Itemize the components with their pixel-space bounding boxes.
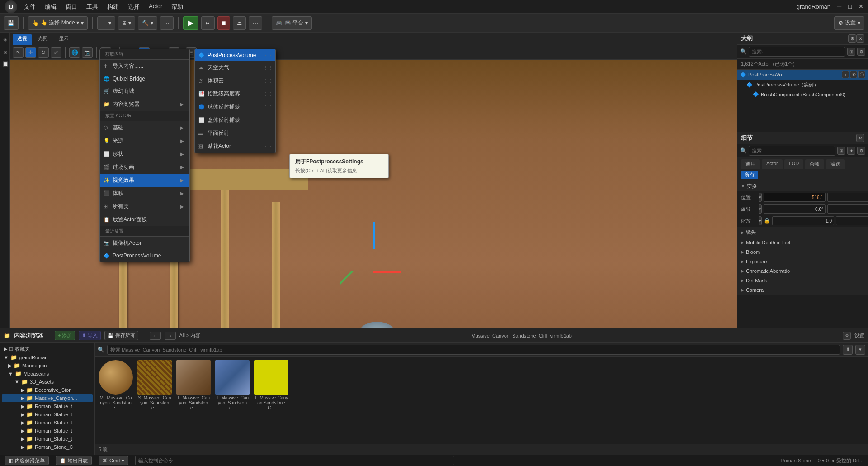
- submenu-sky-atm[interactable]: ☁ 天空大气 ⋮⋮: [195, 61, 275, 74]
- maximize-button[interactable]: □: [848, 3, 852, 10]
- cb-decorative-item[interactable]: ▶ 📁 Decorative_Ston: [2, 386, 93, 394]
- tree-item-ppv[interactable]: 🔷 PostProcessVo... ＋ 👁 ⓘ: [737, 70, 868, 80]
- submenu-box-refl[interactable]: ⬜ 盒体反射捕获 ⋮⋮: [195, 114, 275, 127]
- menu-light[interactable]: 💡 光源 ▶: [100, 134, 189, 147]
- play-button[interactable]: ▶: [183, 16, 198, 30]
- cb-3dassets-item[interactable]: ▼ 📁 3D_Assets: [2, 378, 93, 386]
- outliner-grid-icon[interactable]: ⊞: [847, 48, 855, 56]
- submenu-plane-refl[interactable]: ▬ 平面反射 ⋮⋮: [195, 127, 275, 140]
- cmd-button[interactable]: ⌘ Cmd ▾: [99, 456, 128, 465]
- mode-select-button[interactable]: 👆 👆 选择 Mode ▾ ▾: [28, 16, 88, 30]
- cb-import-btn[interactable]: ⬆: [843, 345, 853, 355]
- menu-camera-actor[interactable]: 📷 摄像机Actor ⋮⋮: [100, 237, 189, 250]
- menu-help[interactable]: 帮助: [171, 3, 183, 11]
- stop-button[interactable]: ■: [217, 16, 230, 30]
- tab-streaming[interactable]: 流送: [826, 159, 845, 169]
- menu-content-browser[interactable]: 📁 内容浏览器 ▶: [100, 98, 189, 111]
- submenu-exp-fog[interactable]: 🌁 指数级高度雾 ⋮⋮: [195, 87, 275, 100]
- asset-item-2[interactable]: S_Massive_Canyon_Sandstone...: [137, 359, 173, 411]
- content-browser-import-button[interactable]: ⬆ 导入: [79, 331, 100, 340]
- menu-import-content[interactable]: ⬆ 导入内容......: [100, 60, 189, 73]
- cb-roman-stone-item[interactable]: ▶ 📁 Roman_Stone_C: [2, 443, 93, 451]
- mode-icon-1[interactable]: ◈: [1, 34, 9, 46]
- menu-shape[interactable]: ⬜ 形状 ▶: [100, 147, 189, 161]
- content-browser-add-button[interactable]: + 添加: [55, 331, 75, 340]
- console-input[interactable]: [135, 456, 454, 465]
- menu-transition[interactable]: 🎬 过场动画 ▶: [100, 161, 189, 174]
- tree-item-ppv-instance[interactable]: 🔷 PostProcessVolume（实例）: [737, 80, 868, 90]
- dirt-mask-header[interactable]: ▶ Dirt Mask: [737, 276, 868, 285]
- cb-roman-statue-5-item[interactable]: ▶ 📁 Roman_Statue_t: [2, 435, 93, 443]
- camera-speed-button[interactable]: 📷: [82, 47, 93, 58]
- platform-button[interactable]: 🎮 🎮 平台 ▾: [272, 16, 312, 30]
- menu-select[interactable]: 选择: [128, 3, 140, 11]
- menu-place-panel[interactable]: 📋 放置Actor面板: [100, 213, 189, 226]
- content-browser-tab-button[interactable]: ◧ 内容侧滑菜单: [5, 456, 49, 465]
- more-button[interactable]: ⋯: [160, 16, 174, 30]
- outliner-config-icon[interactable]: ⚙: [857, 48, 865, 56]
- position-type-icon[interactable]: ▾: [759, 193, 762, 202]
- submenu-ppv[interactable]: 🔷 PostProcessVolume ⋮⋮: [195, 49, 275, 61]
- cb-mannequin-item[interactable]: ▶ 📁 Mannequin: [2, 361, 93, 370]
- cb-roman-statue-2-item[interactable]: ▶ 📁 Roman_Statue_t: [2, 410, 93, 418]
- move-tool-button[interactable]: ✛: [25, 47, 36, 58]
- add-component-icon[interactable]: ＋: [842, 71, 849, 78]
- submenu-sphere-refl[interactable]: 🔵 球体反射捕获 ⋮⋮: [195, 100, 275, 114]
- rotation-type-icon[interactable]: ▾: [759, 204, 762, 214]
- cb-filter-icon[interactable]: ▾: [855, 345, 865, 355]
- outliner-search-input[interactable]: [749, 47, 845, 57]
- content-browser-save-button[interactable]: 💾 保存所有: [104, 331, 138, 340]
- close-button[interactable]: ✕: [859, 3, 863, 10]
- tree-item-brush[interactable]: 🔷 BrushComponent (BrushComponent0): [737, 90, 868, 99]
- scale-lock-icon[interactable]: 🔒: [764, 218, 770, 224]
- cb-megascans-item[interactable]: ▼ 📁 Megascans: [2, 370, 93, 378]
- settings-button[interactable]: ⚙ 设置 ▾: [834, 16, 864, 30]
- tab-misc[interactable]: 杂项: [805, 159, 824, 169]
- save-button[interactable]: 💾: [4, 16, 19, 30]
- position-y-input[interactable]: [827, 193, 868, 202]
- cb-forward-button[interactable]: →: [165, 332, 176, 340]
- submenu-decal-actor[interactable]: 🖼 贴花Actor ⋮⋮: [195, 140, 275, 153]
- asset-item-1[interactable]: Mi_Massive_Canyon_Sandstone...: [98, 359, 134, 411]
- asset-item-4[interactable]: T_Massive_Canyon_Sandstone...: [214, 359, 250, 411]
- menu-ppv[interactable]: 🔷 PostProcessVolume ⋮⋮: [100, 250, 189, 262]
- transform-header[interactable]: ▼ 变换: [737, 181, 868, 191]
- cb-back-button[interactable]: ←: [150, 332, 161, 340]
- mobile-dof-header[interactable]: ▶ Mobile Depth of Fiel: [737, 238, 868, 247]
- menu-quixel-bridge[interactable]: 🌐 Quixel Bridge: [100, 73, 189, 85]
- menu-virtual-shop[interactable]: 🛒 虚幻商城: [100, 85, 189, 98]
- menu-volume[interactable]: ⬛ 体积 ▶: [100, 187, 189, 200]
- cb-collections-item[interactable]: ▶ ⊞ 收藏夹: [2, 345, 93, 353]
- menu-tools[interactable]: 工具: [86, 3, 98, 11]
- scale-tool-button[interactable]: ⤢: [51, 47, 61, 58]
- rotation-y-input[interactable]: [827, 204, 868, 214]
- details-search-input[interactable]: [749, 146, 835, 156]
- details-config-icon[interactable]: ⚙: [857, 147, 865, 155]
- tab-perspective[interactable]: 透视: [13, 34, 32, 45]
- scale-y-input[interactable]: [836, 216, 868, 225]
- launch-options-button[interactable]: ⋯: [249, 16, 262, 30]
- tab-general[interactable]: 通用: [741, 159, 760, 169]
- tab-display[interactable]: 显示: [54, 34, 73, 45]
- skip-button[interactable]: ⏭: [201, 16, 215, 30]
- scale-x-input[interactable]: [772, 216, 834, 225]
- scale-type-icon[interactable]: ▾: [759, 216, 762, 225]
- chromatic-header[interactable]: ▶ Chromatic Aberratio: [737, 266, 868, 276]
- outliner-close-icon[interactable]: ✕: [856, 34, 864, 43]
- submenu-volumetric-cloud[interactable]: 🌫 体积云 ⋮⋮: [195, 74, 275, 87]
- add-button[interactable]: ＋ ▾: [97, 16, 115, 30]
- camera-header[interactable]: ▶ 镜头: [737, 227, 868, 238]
- filter-all[interactable]: 所有: [741, 171, 758, 179]
- cb-settings-icon[interactable]: ⚙: [843, 332, 851, 340]
- tree-info-icon[interactable]: ⓘ: [858, 71, 865, 78]
- details-grid-icon[interactable]: ⊞: [837, 147, 845, 155]
- asset-item-3[interactable]: T_Massive_Canyon_Sandstone...: [175, 359, 212, 411]
- camera-header-2[interactable]: ▶ Camera: [737, 285, 868, 295]
- cb-roman-statue-4-item[interactable]: ▶ 📁 Roman_Statue_t: [2, 427, 93, 435]
- tab-lighting[interactable]: 光照: [33, 34, 52, 45]
- position-x-input[interactable]: [764, 193, 826, 202]
- cb-roman-statue-1-item[interactable]: ▶ 📁 Roman_Statue_t: [2, 402, 93, 410]
- details-close-icon[interactable]: ✕: [856, 134, 864, 142]
- cb-massive-canyon-item[interactable]: ▶ 📁 Massive_Canyon...: [2, 394, 93, 402]
- surface-snap-button[interactable]: 🌐: [69, 47, 80, 58]
